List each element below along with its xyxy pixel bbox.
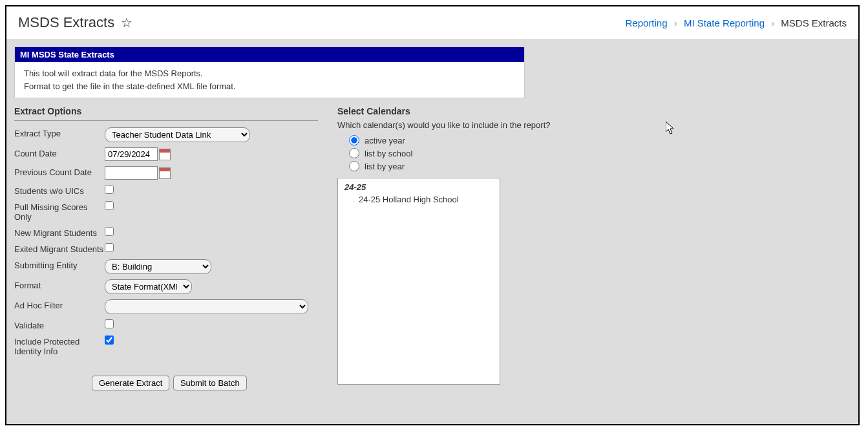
breadcrumb-mi-state-reporting[interactable]: MI State Reporting xyxy=(684,17,765,28)
count-date-input[interactable] xyxy=(105,147,158,161)
radio-by-year-label: list by year xyxy=(365,162,405,171)
students-wo-uics-label: Students w/o UICs xyxy=(14,185,105,196)
panel-text-line1: This tool will extract data for the MSDS… xyxy=(24,67,515,80)
radio-active-year[interactable] xyxy=(349,135,359,145)
extract-options-heading: Extract Options xyxy=(14,106,318,121)
calendar-list-box[interactable]: 24-25 24-25 Holland High School xyxy=(337,178,500,385)
breadcrumb-reporting[interactable]: Reporting xyxy=(626,17,668,28)
include-protected-label: Include Protected Identity Info xyxy=(14,336,105,356)
prev-count-date-label: Previous Count Date xyxy=(14,166,105,177)
calendar-year[interactable]: 24-25 xyxy=(344,182,493,192)
radio-active-year-row[interactable]: active year xyxy=(349,135,570,145)
extract-type-select[interactable]: Teacher Student Data Link xyxy=(105,127,250,142)
radio-by-year-row[interactable]: list by year xyxy=(349,161,570,171)
exited-migrant-checkbox[interactable] xyxy=(105,243,114,252)
chevron-right-icon: › xyxy=(674,17,677,28)
calendar-icon[interactable] xyxy=(159,149,171,160)
select-calendars-heading: Select Calendars xyxy=(337,106,570,116)
radio-by-year[interactable] xyxy=(349,161,359,171)
exited-migrant-label: Exited Migrant Students xyxy=(14,243,105,254)
format-select[interactable]: State Format(XML) xyxy=(105,279,192,294)
extract-type-label: Extract Type xyxy=(14,127,105,138)
calendar-icon[interactable] xyxy=(159,167,171,179)
generate-extract-button[interactable]: Generate Extract xyxy=(92,376,169,390)
submitting-entity-label: Submitting Entity xyxy=(14,259,105,270)
new-migrant-checkbox[interactable] xyxy=(105,227,114,236)
pull-missing-scores-checkbox[interactable] xyxy=(105,201,114,210)
count-date-label: Count Date xyxy=(14,147,105,158)
info-panel: MI MSDS State Extracts This tool will ex… xyxy=(14,47,525,98)
prev-count-date-input[interactable] xyxy=(105,166,158,180)
adhoc-filter-select[interactable] xyxy=(105,299,308,314)
chevron-right-icon: › xyxy=(771,17,774,28)
students-wo-uics-checkbox[interactable] xyxy=(105,185,114,194)
submitting-entity-select[interactable]: B: Building xyxy=(105,259,211,274)
panel-header: MI MSDS State Extracts xyxy=(15,47,524,62)
breadcrumb: Reporting › MI State Reporting › MSDS Ex… xyxy=(626,17,847,28)
new-migrant-label: New Migrant Students xyxy=(14,227,105,238)
adhoc-filter-label: Ad Hoc Filter xyxy=(14,299,105,310)
radio-active-year-label: active year xyxy=(365,136,405,145)
favorite-star-icon[interactable]: ☆ xyxy=(121,15,132,30)
radio-by-school[interactable] xyxy=(349,148,359,158)
radio-by-school-label: list by school xyxy=(365,149,412,158)
include-protected-checkbox[interactable] xyxy=(105,336,114,345)
format-label: Format xyxy=(14,279,105,290)
calendar-school-item[interactable]: 24-25 Holland High School xyxy=(359,195,493,204)
validate-checkbox[interactable] xyxy=(105,319,114,328)
validate-label: Validate xyxy=(14,319,105,330)
breadcrumb-current: MSDS Extracts xyxy=(781,17,847,28)
pull-missing-scores-label: Pull Missing Scores Only xyxy=(14,201,105,222)
page-title: MSDS Extracts xyxy=(18,14,114,31)
calendar-help-text: Which calendar(s) would you like to incl… xyxy=(337,120,570,130)
submit-to-batch-button[interactable]: Submit to Batch xyxy=(173,376,247,390)
radio-by-school-row[interactable]: list by school xyxy=(349,148,570,158)
panel-text-line2: Format to get the file in the state-defi… xyxy=(24,80,515,93)
